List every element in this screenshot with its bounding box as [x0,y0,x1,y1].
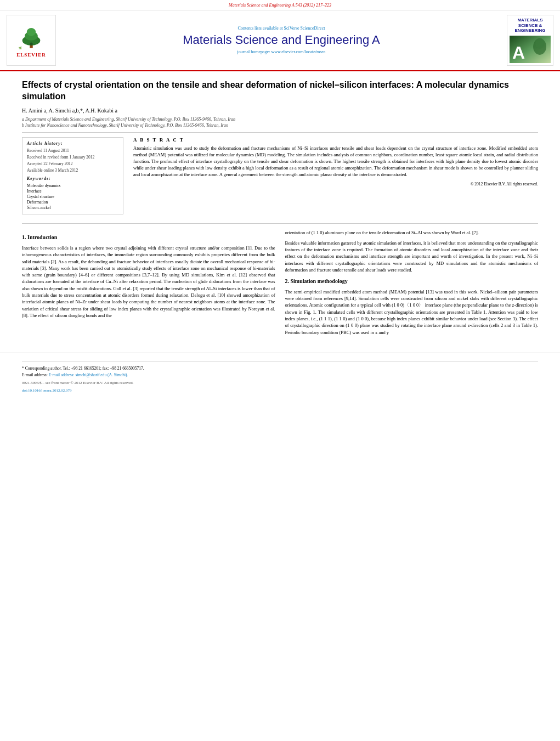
svg-point-4 [30,42,32,45]
received-date: Received 11 August 2011 [27,148,118,154]
elsevier-label: ELSEVIER [16,52,46,58]
body-columns: 1. Introduction Interface between solids… [22,229,538,339]
elsevier-logo: 🌿 ELSEVIER [7,15,56,66]
sciverse-link: Contents lists available at SciVerse Sci… [238,26,325,31]
keywords-label: Keywords: [27,176,118,181]
logo-image: A [510,36,551,63]
body-right-col: orientation of (1 1 0) aluminum plane on… [285,229,539,339]
journal-main-title: Materials Science and Engineering A [183,33,380,47]
journal-reference: Materials Science and Engineering A 543 … [229,3,331,8]
divider-2 [22,223,538,224]
intro-section-title: 1. Introduction [22,234,275,242]
abstract-header: A B S T R A C T [133,137,538,143]
sim-section-title: 2. Simulation methodology [285,278,539,286]
copyright-notice: © 2012 Elsevier B.V. All rights reserved… [133,182,538,186]
abstract-text: Atomistic simulation was used to study t… [133,145,538,178]
page-wrapper: Materials Science and Engineering A 543 … [0,0,560,741]
article-info-abstract: Article history: Received 11 August 2011… [22,137,538,219]
svg-text:A: A [512,43,525,63]
history-label: Article history: [27,141,118,146]
svg-point-3 [27,28,36,36]
right-column: A B S T R A C T Atomistic simulation was… [133,137,538,219]
revised-date: Received in revised form 1 January 2012 [27,155,118,160]
journal-homepage: journal homepage: www.elsevier.com/locat… [237,49,326,54]
footer-bar: 0921-5093/$ – see front matter © 2012 El… [22,381,538,385]
intro-paragraph-3: Besides valuable information gattered by… [285,240,539,274]
cally-word: cally [132,265,141,271]
keyword-3: Crystal structure [27,194,118,199]
accepted-date: Accepted 22 February 2012 [27,161,118,167]
journal-logo-right: MATERIALS SCIENCE & ENGINEERING A [507,15,553,66]
logo-title: MATERIALS SCIENCE & ENGINEERING [514,18,545,33]
doi-bar: doi:10.1016/j.msea.2012.02.079 [22,388,538,393]
article-content: Effects of crystal orientation on the te… [0,71,560,347]
intro-paragraph-2: orientation of (1 1 0) aluminum plane on… [285,229,539,236]
article-info-box: Article history: Received 11 August 2011… [22,137,123,214]
available-date: Available online 3 March 2012 [27,168,118,173]
top-banner: 🌿 ELSEVIER Contents lists available at S… [0,10,560,71]
email-address: E-mail address: E-mail address: simchi@s… [22,372,538,377]
body-left-col: 1. Introduction Interface between solids… [22,229,275,339]
email-link[interactable]: E-mail address: simchi@sharif.edu (A. Si… [49,372,128,377]
keyword-1: Molecular dynamics [27,183,118,188]
affiliation-b: b Institute for Nanoscience and Nanotech… [22,123,538,128]
keyword-2: Interface [27,189,118,194]
keywords-section: Keywords: Molecular dynamics Interface C… [27,176,118,210]
svg-point-9 [535,38,544,49]
keyword-4: Deformation [27,200,118,205]
journal-title-area: Contents lists available at SciVerse Sci… [61,15,501,66]
footer-divider [22,361,538,361]
issn-text: 0921-5093/$ – see front matter © 2012 El… [22,381,134,385]
corresponding-author: * Corresponding author. Tel.: +98 21 661… [22,366,538,371]
page-footer: * Corresponding author. Tel.: +98 21 661… [0,353,560,396]
doi-text[interactable]: doi:10.1016/j.msea.2012.02.079 [22,388,71,393]
email-label: E-mail address: [22,372,49,377]
left-column: Article history: Received 11 August 2011… [22,137,123,219]
intro-paragraph-1: Interface between solids is a region whe… [22,245,275,319]
keyword-5: Silicon–nickel [27,205,118,210]
divider-1 [22,132,538,133]
article-title: Effects of crystal orientation on the te… [22,80,538,103]
authors: H. Amini a, A. Simchi a,b,*, A.H. Kokabi… [22,108,538,114]
affiliation-a: a Department of Materials Science and En… [22,117,538,122]
header-bar: Materials Science and Engineering A 543 … [0,0,560,10]
affiliations: a Department of Materials Science and En… [22,117,538,128]
sim-paragraph-1: The semi-empirical modified embedded ato… [285,289,539,336]
svg-text:🌿: 🌿 [19,46,22,50]
